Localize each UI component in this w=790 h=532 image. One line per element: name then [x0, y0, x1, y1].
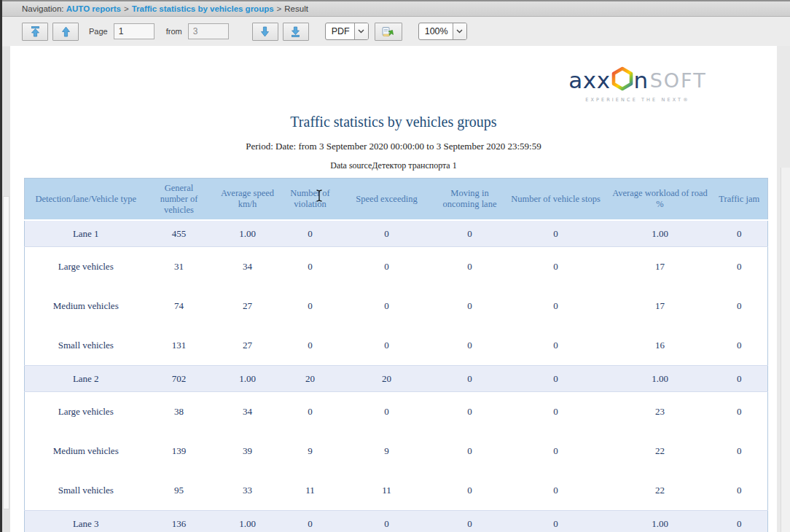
table-cell: 11	[284, 471, 337, 511]
table-cell: Large vehicles	[25, 392, 147, 432]
table-cell: 0	[503, 247, 609, 287]
table-cell: 11	[337, 471, 437, 511]
breadcrumb-link-traffic-statistics[interactable]: Traffic statistics by vehicles groups	[132, 4, 274, 13]
arrow-down-to-line-icon	[291, 26, 300, 37]
table-cell: 31	[147, 247, 211, 287]
table-cell: 0	[437, 286, 503, 326]
table-cell: 0	[284, 392, 337, 432]
table-cell: 0	[437, 247, 503, 287]
table-cell: Small vehicles	[25, 326, 147, 366]
table-cell: 0	[711, 431, 768, 471]
table-cell: Small vehicles	[25, 471, 147, 511]
table-cell: 23	[609, 392, 711, 432]
logo-text-left: axx	[568, 69, 610, 92]
column-header: Average speed km/h	[211, 179, 284, 221]
breadcrumb-link-auto-reports[interactable]: AUTO reports	[66, 4, 121, 13]
export-format-select[interactable]: PDF	[325, 23, 369, 40]
table-cell: 0	[337, 326, 437, 366]
traffic-statistics-table: Detection/lane/Vehicle typeGeneral numbe…	[24, 178, 768, 532]
table-cell: 0	[503, 431, 609, 471]
next-page-button[interactable]	[252, 23, 278, 41]
table-cell: 1.00	[211, 366, 284, 392]
table-cell: 1.00	[609, 511, 711, 532]
previous-page-button[interactable]	[52, 23, 79, 41]
arrow-up-icon	[61, 26, 71, 37]
table-cell: 0	[284, 511, 337, 532]
table-cell: 20	[337, 366, 437, 392]
right-scrollbar-track[interactable]	[781, 168, 790, 532]
left-scrollbar-thumb[interactable]	[3, 196, 9, 509]
zoom-value: 100%	[419, 26, 453, 36]
first-page-button[interactable]	[22, 23, 48, 41]
column-header: Average workload of road %	[609, 179, 711, 221]
column-header: Traffic jam	[711, 179, 768, 221]
table-row-small-vehicles: Small vehicles131270000160	[25, 326, 768, 366]
export-report-button[interactable]	[375, 23, 402, 41]
table-cell: 17	[609, 247, 711, 287]
table-cell: 0	[503, 471, 609, 511]
table-cell: 0	[711, 511, 768, 532]
table-cell: 0	[437, 511, 503, 532]
chevron-down-icon	[354, 23, 368, 39]
total-pages-field	[188, 23, 229, 39]
table-cell: 0	[711, 392, 768, 432]
toolbar: Page from PDF	[2, 17, 790, 46]
left-scrollbar-track[interactable]	[2, 47, 10, 532]
table-cell: 702	[147, 366, 211, 392]
table-cell: 34	[211, 247, 284, 287]
table-cell: 0	[337, 392, 437, 432]
arrow-up-to-line-icon	[31, 26, 40, 37]
table-cell: 16	[609, 326, 711, 366]
export-report-icon	[381, 26, 395, 37]
table-cell: 1.00	[211, 511, 284, 532]
logo-hexagon-icon	[611, 66, 634, 94]
table-cell: 0	[503, 366, 609, 392]
table-cell: Lane 1	[25, 220, 147, 247]
table-cell: Medium vehicles	[25, 431, 147, 471]
table-cell: 33	[211, 471, 284, 511]
table-row-lane-2: Lane 27021.002020001.000	[25, 366, 768, 392]
logo-text-right: n	[634, 69, 649, 92]
breadcrumb-current: Result	[284, 4, 308, 13]
table-cell: 1.00	[609, 220, 711, 247]
table-cell: 22	[609, 471, 711, 511]
report-viewer-window: Navigation: AUTO reports>Traffic statist…	[0, 0, 790, 532]
column-header: Moving in oncoming lane	[437, 179, 503, 221]
table-cell: 0	[437, 366, 503, 392]
column-header: Number of vehicle stops	[503, 179, 609, 221]
from-label: from	[166, 27, 182, 36]
table-cell: 0	[503, 220, 609, 247]
breadcrumb-separator: >	[121, 4, 132, 13]
table-cell: 20	[284, 366, 337, 392]
zoom-select[interactable]: 100%	[418, 23, 467, 40]
table-cell: 0	[711, 286, 768, 326]
column-header: Speed exceeding	[337, 179, 437, 221]
table-cell: 9	[337, 431, 437, 471]
axxonsoft-logo: axx	[563, 66, 713, 103]
report-page: axx	[10, 46, 777, 532]
table-cell: 0	[503, 392, 609, 432]
table-cell: 0	[284, 326, 337, 366]
last-page-button[interactable]	[283, 23, 309, 41]
table-cell: 0	[337, 247, 437, 287]
breadcrumb-separator: >	[274, 4, 285, 13]
table-cell: 22	[609, 431, 711, 471]
table-cell: 0	[437, 220, 503, 247]
table-row-lane-3: Lane 31361.0000001.000	[25, 511, 768, 532]
table-cell: 17	[609, 286, 711, 326]
table-cell: 1.00	[609, 366, 711, 392]
page-number-input[interactable]	[114, 23, 155, 39]
report-period: Period: Date: from 3 September 2020 00:0…	[10, 141, 777, 152]
table-cell: 9	[284, 431, 337, 471]
table-cell: 0	[503, 511, 609, 532]
table-cell: 95	[147, 471, 211, 511]
breadcrumb: Navigation: AUTO reports>Traffic statist…	[2, 0, 790, 17]
table-cell: 1.00	[211, 220, 284, 247]
column-header: General number of vehicles	[147, 179, 211, 221]
table-row-large-vehicles: Large vehicles38340000230	[25, 392, 768, 432]
table-cell: 0	[711, 366, 768, 392]
table-row-large-vehicles: Large vehicles31340000170	[25, 247, 768, 287]
column-header: Detection/lane/Vehicle type	[25, 179, 147, 221]
table-cell: 0	[711, 326, 768, 366]
table-cell: 0	[284, 286, 337, 326]
